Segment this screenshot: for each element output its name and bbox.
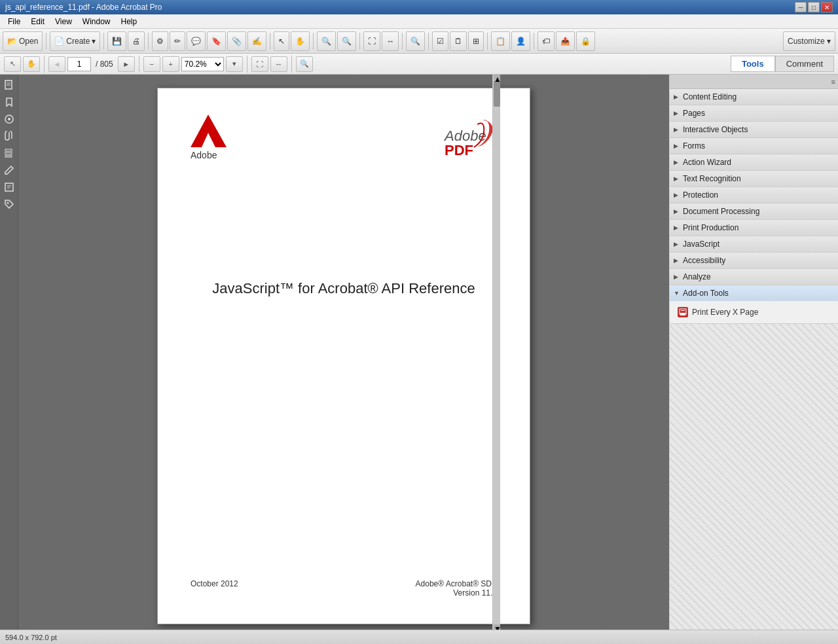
nav-toolbar: ↖ ✋ ◄ 1 / 805 ► − + 70.2% 50% 75% 100% 1… bbox=[0, 54, 838, 75]
addon-print-icon bbox=[678, 307, 688, 317]
combine-button[interactable]: 📋 bbox=[491, 31, 510, 51]
find-button[interactable]: 🔍 bbox=[406, 31, 425, 51]
pdf-title-section: JavaScript™ for Acrobat® API Reference bbox=[191, 280, 497, 297]
panel-section-header-forms[interactable]: ▶ Forms bbox=[670, 138, 838, 154]
fit-page-button[interactable]: ⛶ bbox=[363, 31, 380, 51]
form-button[interactable]: 🗒 bbox=[450, 31, 467, 51]
comment-tab-button[interactable]: Comment bbox=[775, 56, 834, 72]
sidebar-icon-page[interactable] bbox=[1, 77, 17, 93]
comment-button[interactable]: 💬 bbox=[187, 31, 206, 51]
attach-button[interactable]: 📎 bbox=[227, 31, 246, 51]
search-nav-button[interactable]: 🔍 bbox=[296, 56, 313, 72]
panel-section-header-javascript[interactable]: ▶ JavaScript bbox=[670, 236, 838, 252]
redact-button[interactable]: 🔒 bbox=[576, 31, 595, 51]
panel-section-header-content-editing[interactable]: ▶ Content Editing bbox=[670, 89, 838, 105]
sign-button[interactable]: ✍ bbox=[247, 31, 266, 51]
toolbar-sep-8 bbox=[428, 33, 429, 50]
nav-sep-3 bbox=[247, 56, 247, 73]
addon-print-every-x[interactable]: Print Every X Page bbox=[675, 305, 833, 319]
select-tool-button[interactable]: ↖ bbox=[4, 56, 21, 72]
edit-button[interactable]: ✏ bbox=[170, 31, 185, 51]
bookmark-button[interactable]: 🏷 bbox=[537, 31, 555, 51]
redact-icon: 🔒 bbox=[581, 37, 591, 46]
panel-section-header-analyze[interactable]: ▶ Analyze bbox=[670, 269, 838, 285]
panel-section-header-print-production[interactable]: ▶ Print Production bbox=[670, 220, 838, 236]
sidebar-icon-tag[interactable] bbox=[1, 196, 17, 212]
sidebar-icon-layers[interactable] bbox=[1, 145, 17, 161]
menu-help[interactable]: Help bbox=[116, 16, 143, 27]
zoom-in-nav-button[interactable]: + bbox=[162, 56, 179, 72]
zoom-out-nav-button[interactable]: − bbox=[143, 56, 160, 72]
panel-section-header-interactive-objects[interactable]: ▶ Interactive Objects bbox=[670, 122, 838, 137]
toolbar-sep-7 bbox=[402, 33, 403, 50]
zoom-select[interactable]: 70.2% 50% 75% 100% 125% 150% bbox=[181, 57, 224, 71]
panel-section-header-document-processing[interactable]: ▶ Document Processing bbox=[670, 204, 838, 219]
fit-width-icon: ↔ bbox=[386, 37, 394, 46]
menu-edit[interactable]: Edit bbox=[26, 16, 50, 27]
fit-width-button[interactable]: ↔ bbox=[382, 31, 399, 51]
export-button[interactable]: 📤 bbox=[556, 31, 575, 51]
checkbox-button[interactable]: ☑ bbox=[432, 31, 448, 51]
table-icon: ⊞ bbox=[473, 37, 479, 46]
minimize-button[interactable]: ─ bbox=[795, 2, 807, 12]
table-button[interactable]: ⊞ bbox=[468, 31, 484, 51]
print-button[interactable]: 🖨 bbox=[128, 31, 145, 51]
select-button[interactable]: ↖ bbox=[274, 31, 289, 51]
fit-width-nav-button[interactable]: ↔ bbox=[270, 56, 287, 72]
toolbar-sep-4 bbox=[270, 33, 270, 50]
svg-rect-7 bbox=[5, 156, 12, 157]
menu-file[interactable]: File bbox=[3, 16, 26, 27]
page-number-input[interactable]: 1 bbox=[67, 57, 91, 71]
sidebar-icon-bookmark[interactable] bbox=[1, 94, 17, 110]
panel-section-header-addon-tools[interactable]: ▼ Add-on Tools bbox=[670, 285, 838, 301]
scroll-thumb-v[interactable] bbox=[494, 80, 500, 107]
arrow-action-wizard: ▶ bbox=[674, 159, 678, 166]
sidebar-icon-pencil[interactable] bbox=[1, 162, 17, 178]
tools-button[interactable]: Tools bbox=[731, 56, 775, 72]
hand-tool-button[interactable]: ✋ bbox=[23, 56, 40, 72]
pdf-footer: October 2012 Adobe® Acrobat® SDK Version… bbox=[191, 579, 497, 598]
share-button[interactable]: 👤 bbox=[511, 31, 530, 51]
sidebar-icon-target[interactable] bbox=[1, 111, 17, 127]
scroll-up-button[interactable]: ▲ bbox=[494, 75, 500, 80]
hand-button[interactable]: ✋ bbox=[291, 31, 310, 51]
form-icon: 🗒 bbox=[454, 37, 462, 46]
combine-icon: 📋 bbox=[496, 37, 505, 46]
content-scrollbar-v[interactable]: ▲ ▼ bbox=[492, 75, 500, 630]
open-button[interactable]: 📂 Open bbox=[3, 31, 43, 51]
panel-section-protection: ▶ Protection bbox=[670, 187, 838, 204]
menu-view[interactable]: View bbox=[50, 16, 77, 27]
toolbar-sep-6 bbox=[359, 33, 360, 50]
panel-collapse-icon[interactable]: ≡ bbox=[831, 78, 835, 86]
scroll-down-button[interactable]: ▼ bbox=[494, 624, 500, 630]
prev-page-button[interactable]: ◄ bbox=[48, 56, 65, 72]
fit-page-nav-button[interactable]: ⛶ bbox=[251, 56, 268, 72]
next-page-button[interactable]: ► bbox=[118, 56, 135, 72]
menu-window[interactable]: Window bbox=[77, 16, 116, 27]
share-icon: 👤 bbox=[516, 37, 526, 46]
title-bar: js_api_reference_11.pdf - Adobe Acrobat … bbox=[0, 0, 838, 14]
panel-section-header-pages[interactable]: ▶ Pages bbox=[670, 105, 838, 121]
page-total: / 805 bbox=[93, 60, 116, 69]
zoom-out-button[interactable]: 🔍 bbox=[317, 31, 336, 51]
close-button[interactable]: ✕ bbox=[821, 2, 833, 12]
create-dropdown-icon: ▾ bbox=[92, 37, 96, 46]
sidebar-icon-attachment[interactable] bbox=[1, 128, 17, 144]
panel-section-header-action-wizard[interactable]: ▶ Action Wizard bbox=[670, 154, 838, 170]
edit-icon: ✏ bbox=[174, 37, 181, 46]
stamp-button[interactable]: 🔖 bbox=[207, 31, 226, 51]
properties-button[interactable]: ⚙ bbox=[152, 31, 168, 51]
zoom-dropdown-button[interactable]: ▾ bbox=[226, 56, 243, 72]
arrow-document-processing: ▶ bbox=[674, 208, 678, 215]
save-button[interactable]: 💾 bbox=[107, 31, 126, 51]
arrow-analyze: ▶ bbox=[674, 274, 678, 280]
panel-section-header-text-recognition[interactable]: ▶ Text Recognition bbox=[670, 171, 838, 187]
customize-button[interactable]: Customize ▾ bbox=[783, 31, 835, 51]
zoom-in-button[interactable]: 🔍 bbox=[337, 31, 356, 51]
panel-section-header-protection[interactable]: ▶ Protection bbox=[670, 187, 838, 203]
create-button[interactable]: 📄 Create ▾ bbox=[50, 31, 100, 51]
panel-section-header-accessibility[interactable]: ▶ Accessibility bbox=[670, 253, 838, 268]
maximize-button[interactable]: □ bbox=[808, 2, 820, 12]
sidebar-icon-doc[interactable] bbox=[1, 179, 17, 195]
svg-rect-17 bbox=[680, 313, 685, 315]
